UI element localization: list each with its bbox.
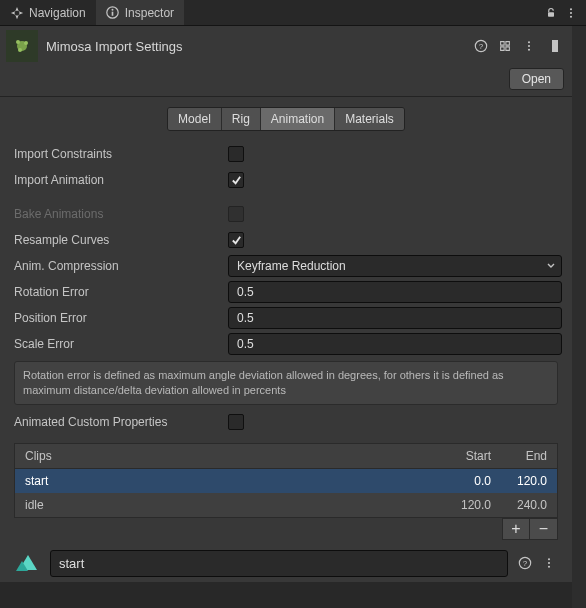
clip-start: 0.0 xyxy=(435,474,491,488)
label-animated-custom-properties: Animated Custom Properties xyxy=(10,415,228,429)
clip-end: 120.0 xyxy=(491,474,547,488)
label-resample-curves: Resample Curves xyxy=(10,233,228,247)
svg-point-15 xyxy=(528,49,530,51)
input-position-error[interactable]: 0.5 xyxy=(228,307,562,329)
svg-point-6 xyxy=(570,15,572,17)
tab-navigation-label: Navigation xyxy=(29,6,86,20)
top-tabs: Navigation Inspector xyxy=(0,0,586,26)
asset-header: Mimosa Import Settings ? xyxy=(0,26,572,66)
svg-point-21 xyxy=(548,558,550,560)
tab-inspector[interactable]: Inspector xyxy=(96,0,184,25)
dropdown-anim-compression[interactable]: Keyframe Reduction xyxy=(228,255,562,277)
tab-animation[interactable]: Animation xyxy=(261,108,335,130)
help-icon[interactable]: ? xyxy=(472,37,490,55)
input-rotation-error[interactable]: 0.5 xyxy=(228,281,562,303)
error-hint: Rotation error is defined as maximum ang… xyxy=(14,361,558,405)
clip-start: 120.0 xyxy=(435,498,491,512)
kebab-icon[interactable] xyxy=(520,37,538,55)
tab-materials[interactable]: Materials xyxy=(335,108,404,130)
svg-point-8 xyxy=(16,40,20,44)
clip-name: idle xyxy=(25,498,435,512)
animation-clip-icon xyxy=(14,551,42,575)
svg-point-5 xyxy=(570,11,572,13)
svg-point-22 xyxy=(548,562,550,564)
clip-name: start xyxy=(25,474,435,488)
checkbox-bake-animations xyxy=(228,206,244,222)
tab-inspector-label: Inspector xyxy=(125,6,174,20)
clips-list: Clips Start End start 0.0 120.0 idle 120… xyxy=(14,443,558,540)
import-tabs: Model Rig Animation Materials xyxy=(0,97,572,139)
tab-model[interactable]: Model xyxy=(168,108,222,130)
scrollbar[interactable] xyxy=(572,26,586,608)
label-import-animation: Import Animation xyxy=(10,173,228,187)
remove-clip-button[interactable]: − xyxy=(530,518,558,540)
add-clip-button[interactable]: + xyxy=(502,518,530,540)
open-button[interactable]: Open xyxy=(509,68,564,90)
chevron-down-icon xyxy=(547,259,555,273)
input-scale-error[interactable]: 0.5 xyxy=(228,333,562,355)
tab-rig[interactable]: Rig xyxy=(222,108,261,130)
kebab-icon[interactable] xyxy=(540,554,558,572)
svg-point-23 xyxy=(548,566,550,568)
label-position-error: Position Error xyxy=(10,311,228,325)
navigation-icon xyxy=(10,6,24,20)
svg-text:?: ? xyxy=(479,42,484,51)
clip-row[interactable]: idle 120.0 240.0 xyxy=(15,493,557,517)
svg-rect-16 xyxy=(552,40,558,52)
clip-edit-row: start ? xyxy=(14,550,558,577)
expand-icon[interactable] xyxy=(546,37,564,55)
properties: Import Constraints Import Animation Bake… xyxy=(0,139,572,582)
label-rotation-error: Rotation Error xyxy=(10,285,228,299)
svg-point-4 xyxy=(570,8,572,10)
preset-icon[interactable] xyxy=(496,37,514,55)
label-scale-error: Scale Error xyxy=(10,337,228,351)
clip-end: 240.0 xyxy=(491,498,547,512)
svg-point-14 xyxy=(528,45,530,47)
clips-col-name: Clips xyxy=(25,449,435,463)
checkbox-resample-curves[interactable] xyxy=(228,232,244,248)
inspector-main: Mimosa Import Settings ? Open Model Rig … xyxy=(0,26,572,582)
svg-text:?: ? xyxy=(523,559,528,568)
svg-rect-2 xyxy=(112,12,114,16)
help-icon[interactable]: ? xyxy=(516,554,534,572)
clips-col-end: End xyxy=(491,449,547,463)
checkbox-import-animation[interactable] xyxy=(228,172,244,188)
checkbox-animated-custom-properties[interactable] xyxy=(228,414,244,430)
asset-thumbnail xyxy=(6,30,38,62)
label-import-constraints: Import Constraints xyxy=(10,147,228,161)
lock-icon[interactable] xyxy=(542,4,560,22)
checkbox-import-constraints[interactable] xyxy=(228,146,244,162)
kebab-icon[interactable] xyxy=(562,4,580,22)
info-icon xyxy=(106,6,120,20)
clip-name-input[interactable]: start xyxy=(50,550,508,577)
tab-navigation[interactable]: Navigation xyxy=(0,0,96,25)
svg-point-9 xyxy=(24,41,28,45)
clips-col-start: Start xyxy=(435,449,491,463)
label-anim-compression: Anim. Compression xyxy=(10,259,228,273)
clip-row[interactable]: start 0.0 120.0 xyxy=(15,469,557,493)
svg-rect-3 xyxy=(548,12,554,17)
asset-title: Mimosa Import Settings xyxy=(46,39,472,54)
svg-point-1 xyxy=(112,9,114,11)
svg-point-13 xyxy=(528,41,530,43)
dropdown-anim-compression-value: Keyframe Reduction xyxy=(237,259,346,273)
svg-point-10 xyxy=(18,48,22,52)
label-bake-animations: Bake Animations xyxy=(10,207,228,221)
